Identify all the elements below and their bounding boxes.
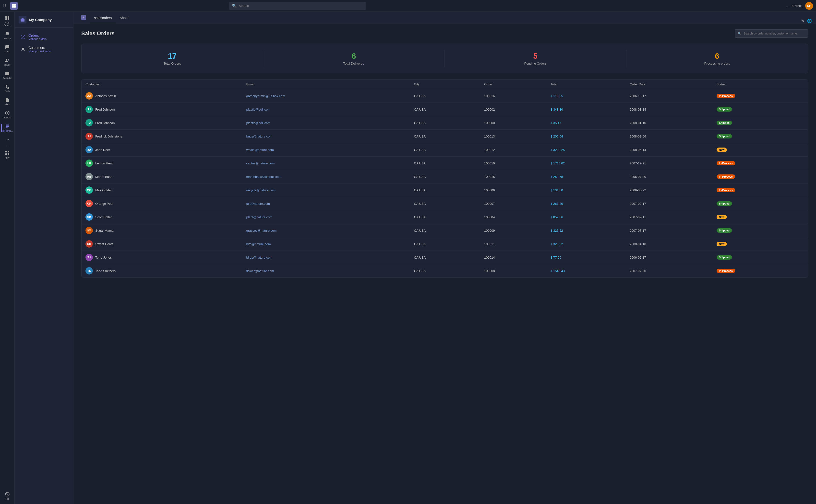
search-icon: 🔍: [232, 3, 237, 8]
sidebar-item-files[interactable]: Files: [1, 95, 14, 108]
stat-total-delivered-number: 6: [352, 52, 356, 61]
svg-rect-15: [5, 151, 7, 152]
sidebar-narrow: Viva Conn... Activity Chat Teams Calenda…: [0, 12, 15, 504]
col-customer[interactable]: Customer ↑: [81, 80, 243, 89]
customer-name-3: Fredrick Johnstone: [95, 135, 122, 138]
customer-name-1: Fred Johnson: [95, 108, 115, 111]
tab-salesorders[interactable]: salesorders: [90, 13, 115, 23]
global-search[interactable]: 🔍: [229, 2, 366, 10]
cell-total-6: $ 258.58: [546, 170, 626, 183]
customers-sub: Manage customers: [28, 50, 51, 53]
sidebar-label-calls: Calls: [5, 90, 10, 92]
cell-order-8: 100007: [480, 197, 546, 210]
svg-rect-20: [21, 19, 24, 22]
cell-city-7: CA USA: [410, 183, 480, 197]
nav-item-orders[interactable]: Orders Manage orders: [17, 31, 71, 43]
tab-salesorders-label: salesorders: [94, 16, 112, 20]
sidebar-label-apps: Apps: [5, 156, 10, 159]
cell-customer-4: JD John Deer: [81, 143, 243, 157]
table-row[interactable]: SM Sugar Mama grasses@nature.com CA USA …: [81, 224, 808, 237]
orders-search[interactable]: 🔍: [735, 29, 808, 38]
cell-order-10: 100009: [480, 224, 546, 237]
table-row[interactable]: MG Max Golden recycle@nature.com CA USA …: [81, 183, 808, 197]
cell-customer-3: FJ Fredrick Johnstone: [81, 130, 243, 143]
cell-city-5: CA USA: [410, 157, 480, 170]
tab-logo-area: SO: [77, 12, 90, 23]
table-row[interactable]: LH Lemon Head cactus@nature.com CA USA 1…: [81, 157, 808, 170]
cell-email-7: recycle@nature.com: [243, 183, 410, 197]
tab-about[interactable]: About: [115, 13, 132, 23]
cell-total-10: $ 325.22: [546, 224, 626, 237]
sidebar-item-teams[interactable]: Teams: [1, 56, 14, 68]
avatar-1: FJ: [85, 106, 93, 113]
globe-icon[interactable]: 🌐: [807, 19, 812, 23]
cell-total-13: $ 1545.43: [546, 264, 626, 278]
sidebar-item-salesorders[interactable]: salesorde...: [1, 122, 14, 134]
table-row[interactable]: TJ Terry Jones birds@nature.com CA USA 1…: [81, 251, 808, 264]
cell-customer-5: LH Lemon Head: [81, 157, 243, 170]
cell-customer-12: TJ Terry Jones: [81, 251, 243, 264]
sidebar-item-apps[interactable]: Apps: [1, 149, 14, 161]
svg-rect-1: [14, 4, 16, 6]
sidebar-item-chat[interactable]: Chat: [1, 43, 14, 55]
cell-email-5: cactus@nature.com: [243, 157, 410, 170]
cell-city-0: CA USA: [410, 89, 480, 103]
topbar-ellipsis[interactable]: ...: [786, 4, 789, 8]
sidebar-item-chatgpt[interactable]: ChatGPT: [1, 109, 14, 121]
cell-date-8: 2007-02-17: [626, 197, 712, 210]
orders-sub: Manage orders: [28, 37, 46, 40]
table-row[interactable]: TS Todd Smithers flower@nature.com CA US…: [81, 264, 808, 278]
app-tabbar: SO salesorders About ↻ 🌐: [73, 12, 816, 23]
avatar-0: AA: [85, 92, 93, 100]
sidebar-label-chatgpt: ChatGPT: [3, 116, 12, 119]
customer-name-6: Martin Bass: [95, 175, 112, 179]
cell-customer-2: FJ Fred Johnson: [81, 116, 243, 130]
table-row[interactable]: FJ Fred Johnson plastic@doll.com CA USA …: [81, 116, 808, 130]
sidebar-item-help[interactable]: Help: [1, 490, 14, 502]
table-row[interactable]: AA Anthony Armin anthonyarmin@us.box.com…: [81, 89, 808, 103]
svg-point-9: [8, 59, 9, 60]
cell-email-3: bugs@nature.com: [243, 130, 410, 143]
table-row[interactable]: OP Orange Peel dirt@nature.com CA USA 10…: [81, 197, 808, 210]
cell-date-9: 2007-09-11: [626, 210, 712, 224]
cell-date-7: 2006-08-22: [626, 183, 712, 197]
refresh-icon[interactable]: ↻: [801, 19, 804, 23]
table-row[interactable]: SH Sweet Heart h2o@nature.com CA USA 100…: [81, 237, 808, 251]
cell-date-13: 2007-07-30: [626, 264, 712, 278]
search-input[interactable]: [239, 4, 363, 8]
svg-rect-7: [8, 18, 9, 20]
cell-date-1: 2008-01-14: [626, 103, 712, 116]
orders-search-input[interactable]: [744, 32, 805, 35]
sidebar-item-activity[interactable]: Activity: [1, 29, 14, 42]
svg-rect-16: [8, 151, 9, 152]
customer-name-9: Scott Bolten: [95, 215, 112, 219]
sidebar-item-viva[interactable]: Viva Conn...: [1, 14, 14, 28]
table-row[interactable]: FJ Fredrick Johnstone bugs@nature.com CA…: [81, 130, 808, 143]
cell-status-7: In-Process: [713, 183, 808, 197]
avatar-5: LH: [85, 160, 93, 167]
cell-order-3: 100013: [480, 130, 546, 143]
customers-label: Customers: [28, 46, 51, 50]
customer-name-0: Anthony Armin: [95, 94, 116, 98]
user-avatar[interactable]: SP: [805, 2, 813, 10]
svg-point-8: [6, 59, 7, 60]
avatar-9: SB: [85, 213, 93, 221]
cell-order-6: 100015: [480, 170, 546, 183]
customer-name-12: Terry Jones: [95, 256, 112, 259]
sidebar-item-calls[interactable]: Calls: [1, 82, 14, 94]
svg-rect-5: [8, 16, 9, 18]
cell-date-2: 2008-01-10: [626, 116, 712, 130]
table-row[interactable]: MB Martin Bass martinbass@us.box.com CA …: [81, 170, 808, 183]
nav-item-customers[interactable]: Customers Manage customers: [17, 43, 71, 55]
sidebar-label-calendar: Calendar: [3, 77, 12, 79]
sidebar-item-more[interactable]: ··· ...: [1, 135, 14, 148]
cell-total-2: $ 35.47: [546, 116, 626, 130]
topbar-more[interactable]: ⠿: [3, 3, 6, 9]
table-row[interactable]: SB Scott Bolten plant@nature.com CA USA …: [81, 210, 808, 224]
cell-email-6: martinbass@us.box.com: [243, 170, 410, 183]
table-row[interactable]: FJ Fred Johnson plastic@doll.com CA USA …: [81, 103, 808, 116]
sidebar-item-calendar[interactable]: Calendar: [1, 69, 14, 81]
table-row[interactable]: JD John Deer whale@nature.com CA USA 100…: [81, 143, 808, 157]
cell-order-1: 100002: [480, 103, 546, 116]
col-order-date: Order Date: [626, 80, 712, 89]
